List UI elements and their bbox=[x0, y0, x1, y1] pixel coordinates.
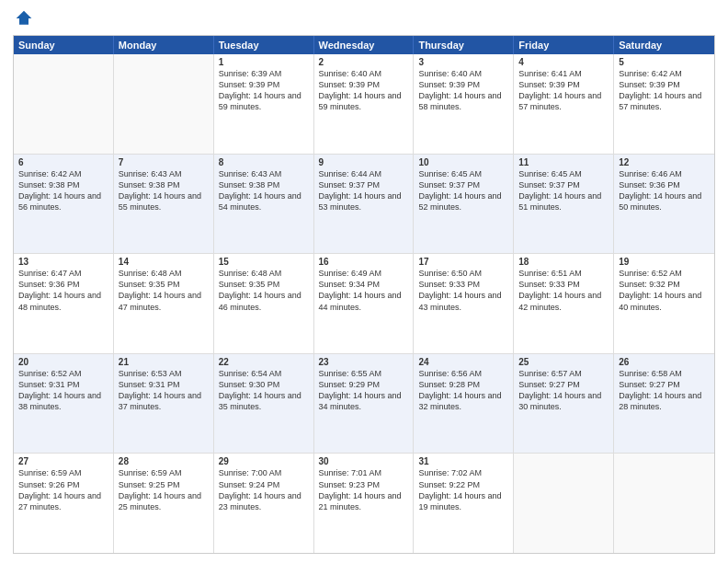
day-number: 13 bbox=[18, 257, 108, 267]
calendar-cell: 21Sunrise: 6:53 AMSunset: 9:31 PMDayligh… bbox=[114, 354, 214, 454]
header-cell-tuesday: Tuesday bbox=[214, 36, 314, 54]
day-info: Sunrise: 6:43 AMSunset: 9:38 PMDaylight:… bbox=[119, 168, 209, 213]
day-number: 1 bbox=[219, 57, 309, 67]
day-number: 24 bbox=[418, 357, 508, 367]
day-number: 7 bbox=[119, 157, 209, 167]
day-info: Sunrise: 6:52 AMSunset: 9:32 PMDaylight:… bbox=[619, 268, 710, 313]
calendar-body: 1Sunrise: 6:39 AMSunset: 9:39 PMDaylight… bbox=[14, 54, 714, 553]
day-info: Sunrise: 6:40 AMSunset: 9:39 PMDaylight:… bbox=[418, 68, 508, 113]
svg-marker-0 bbox=[17, 11, 32, 25]
day-info: Sunrise: 6:40 AMSunset: 9:39 PMDaylight:… bbox=[319, 68, 409, 113]
calendar-row: 13Sunrise: 6:47 AMSunset: 9:36 PMDayligh… bbox=[14, 254, 714, 354]
day-number: 16 bbox=[319, 257, 409, 267]
day-info: Sunrise: 6:44 AMSunset: 9:37 PMDaylight:… bbox=[319, 168, 409, 213]
calendar-cell: 28Sunrise: 6:59 AMSunset: 9:25 PMDayligh… bbox=[114, 454, 214, 553]
day-number: 22 bbox=[219, 357, 309, 367]
day-info: Sunrise: 6:54 AMSunset: 9:30 PMDaylight:… bbox=[219, 368, 309, 413]
calendar-cell: 18Sunrise: 6:51 AMSunset: 9:33 PMDayligh… bbox=[514, 254, 614, 353]
day-number: 3 bbox=[418, 57, 508, 67]
calendar-cell: 22Sunrise: 6:54 AMSunset: 9:30 PMDayligh… bbox=[214, 354, 314, 454]
calendar-cell: 10Sunrise: 6:45 AMSunset: 9:37 PMDayligh… bbox=[414, 155, 514, 254]
header-cell-thursday: Thursday bbox=[414, 36, 514, 54]
day-info: Sunrise: 6:58 AMSunset: 9:27 PMDaylight:… bbox=[619, 368, 710, 413]
day-info: Sunrise: 6:53 AMSunset: 9:31 PMDaylight:… bbox=[119, 368, 209, 413]
calendar-row: 6Sunrise: 6:42 AMSunset: 9:38 PMDaylight… bbox=[14, 155, 714, 255]
day-number: 15 bbox=[219, 257, 309, 267]
header-cell-saturday: Saturday bbox=[614, 36, 714, 54]
calendar-cell: 19Sunrise: 6:52 AMSunset: 9:32 PMDayligh… bbox=[614, 254, 714, 353]
day-info: Sunrise: 6:52 AMSunset: 9:31 PMDaylight:… bbox=[18, 368, 108, 413]
day-number: 20 bbox=[18, 357, 108, 367]
day-info: Sunrise: 7:02 AMSunset: 9:22 PMDaylight:… bbox=[418, 467, 508, 512]
calendar-cell: 16Sunrise: 6:49 AMSunset: 9:34 PMDayligh… bbox=[314, 254, 415, 353]
day-number: 25 bbox=[518, 357, 609, 367]
calendar-cell: 7Sunrise: 6:43 AMSunset: 9:38 PMDaylight… bbox=[114, 155, 214, 254]
day-number: 23 bbox=[319, 357, 409, 367]
calendar-cell bbox=[514, 454, 614, 553]
day-info: Sunrise: 6:39 AMSunset: 9:39 PMDaylight:… bbox=[219, 68, 309, 113]
calendar-cell: 24Sunrise: 6:56 AMSunset: 9:28 PMDayligh… bbox=[414, 354, 514, 454]
day-info: Sunrise: 6:55 AMSunset: 9:29 PMDaylight:… bbox=[319, 368, 409, 413]
day-info: Sunrise: 6:56 AMSunset: 9:28 PMDaylight:… bbox=[418, 368, 508, 413]
calendar-cell: 13Sunrise: 6:47 AMSunset: 9:36 PMDayligh… bbox=[14, 254, 114, 353]
day-number: 4 bbox=[518, 57, 609, 67]
day-number: 8 bbox=[219, 157, 309, 167]
day-number: 9 bbox=[319, 157, 409, 167]
day-number: 31 bbox=[418, 456, 508, 466]
day-info: Sunrise: 6:59 AMSunset: 9:26 PMDaylight:… bbox=[18, 467, 108, 512]
header-cell-wednesday: Wednesday bbox=[314, 36, 415, 54]
calendar-cell: 27Sunrise: 6:59 AMSunset: 9:26 PMDayligh… bbox=[14, 454, 114, 553]
calendar-cell: 17Sunrise: 6:50 AMSunset: 9:33 PMDayligh… bbox=[414, 254, 514, 353]
day-number: 14 bbox=[119, 257, 209, 267]
calendar-cell: 2Sunrise: 6:40 AMSunset: 9:39 PMDaylight… bbox=[314, 54, 415, 154]
day-info: Sunrise: 6:59 AMSunset: 9:25 PMDaylight:… bbox=[119, 467, 209, 512]
calendar-cell: 4Sunrise: 6:41 AMSunset: 9:39 PMDaylight… bbox=[514, 54, 614, 154]
day-info: Sunrise: 6:43 AMSunset: 9:38 PMDaylight:… bbox=[219, 168, 309, 213]
header-cell-friday: Friday bbox=[514, 36, 614, 54]
calendar-cell: 6Sunrise: 6:42 AMSunset: 9:38 PMDaylight… bbox=[14, 155, 114, 254]
calendar-cell: 5Sunrise: 6:42 AMSunset: 9:39 PMDaylight… bbox=[614, 54, 714, 154]
page: SundayMondayTuesdayWednesdayThursdayFrid… bbox=[0, 0, 728, 563]
day-info: Sunrise: 6:48 AMSunset: 9:35 PMDaylight:… bbox=[219, 268, 309, 313]
day-info: Sunrise: 6:48 AMSunset: 9:35 PMDaylight:… bbox=[119, 268, 209, 313]
calendar-cell: 31Sunrise: 7:02 AMSunset: 9:22 PMDayligh… bbox=[414, 454, 514, 553]
calendar-cell: 29Sunrise: 7:00 AMSunset: 9:24 PMDayligh… bbox=[214, 454, 314, 553]
day-info: Sunrise: 6:57 AMSunset: 9:27 PMDaylight:… bbox=[518, 368, 609, 413]
logo-icon bbox=[15, 9, 33, 28]
day-info: Sunrise: 7:01 AMSunset: 9:23 PMDaylight:… bbox=[319, 467, 409, 512]
calendar-cell: 12Sunrise: 6:46 AMSunset: 9:36 PMDayligh… bbox=[614, 155, 714, 254]
calendar-row: 20Sunrise: 6:52 AMSunset: 9:31 PMDayligh… bbox=[14, 354, 714, 454]
day-number: 27 bbox=[18, 456, 108, 466]
day-number: 17 bbox=[418, 257, 508, 267]
header-cell-monday: Monday bbox=[114, 36, 214, 54]
day-number: 6 bbox=[18, 157, 108, 167]
day-number: 29 bbox=[219, 456, 309, 466]
calendar-cell: 8Sunrise: 6:43 AMSunset: 9:38 PMDaylight… bbox=[214, 155, 314, 254]
day-number: 26 bbox=[619, 357, 710, 367]
calendar-cell: 3Sunrise: 6:40 AMSunset: 9:39 PMDaylight… bbox=[414, 54, 514, 154]
day-number: 19 bbox=[619, 257, 710, 267]
calendar-cell: 26Sunrise: 6:58 AMSunset: 9:27 PMDayligh… bbox=[614, 354, 714, 454]
day-number: 10 bbox=[418, 157, 508, 167]
day-info: Sunrise: 7:00 AMSunset: 9:24 PMDaylight:… bbox=[219, 467, 309, 512]
calendar-cell: 14Sunrise: 6:48 AMSunset: 9:35 PMDayligh… bbox=[114, 254, 214, 353]
day-number: 21 bbox=[119, 357, 209, 367]
day-info: Sunrise: 6:51 AMSunset: 9:33 PMDaylight:… bbox=[518, 268, 609, 313]
day-info: Sunrise: 6:47 AMSunset: 9:36 PMDaylight:… bbox=[18, 268, 108, 313]
calendar-cell: 30Sunrise: 7:01 AMSunset: 9:23 PMDayligh… bbox=[314, 454, 415, 553]
logo bbox=[13, 9, 33, 28]
day-number: 30 bbox=[319, 456, 409, 466]
day-number: 2 bbox=[319, 57, 409, 67]
calendar-cell: 23Sunrise: 6:55 AMSunset: 9:29 PMDayligh… bbox=[314, 354, 415, 454]
calendar-cell: 11Sunrise: 6:45 AMSunset: 9:37 PMDayligh… bbox=[514, 155, 614, 254]
calendar-cell: 15Sunrise: 6:48 AMSunset: 9:35 PMDayligh… bbox=[214, 254, 314, 353]
calendar: SundayMondayTuesdayWednesdayThursdayFrid… bbox=[13, 35, 715, 554]
day-number: 11 bbox=[518, 157, 609, 167]
day-info: Sunrise: 6:50 AMSunset: 9:33 PMDaylight:… bbox=[418, 268, 508, 313]
day-number: 28 bbox=[119, 456, 209, 466]
calendar-cell bbox=[114, 54, 214, 154]
header bbox=[13, 9, 715, 28]
header-cell-sunday: Sunday bbox=[14, 36, 114, 54]
calendar-row: 27Sunrise: 6:59 AMSunset: 9:26 PMDayligh… bbox=[14, 454, 714, 553]
calendar-cell bbox=[614, 454, 714, 553]
